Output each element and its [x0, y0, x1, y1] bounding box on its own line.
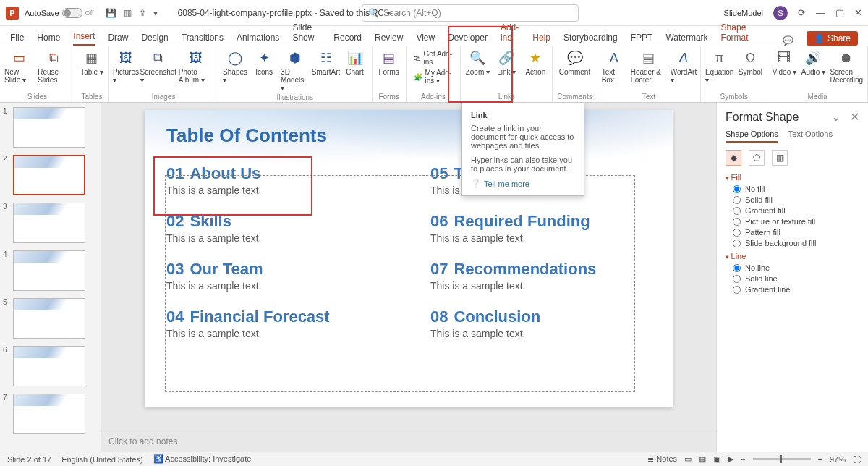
tab-watermark[interactable]: Watermark — [665, 33, 707, 46]
smartart-button[interactable]: ☷SmartArt — [314, 49, 339, 76]
zoom-value[interactable]: 97% — [830, 455, 846, 464]
zoom-button[interactable]: 🔍Zoom ▾ — [465, 49, 490, 76]
size-tab-icon[interactable]: ▥ — [772, 150, 788, 166]
avatar[interactable]: S — [773, 6, 788, 20]
thumb-3[interactable]: 3 — [3, 203, 98, 243]
tab-insert[interactable]: Insert — [73, 31, 95, 46]
pictures-button[interactable]: 🖼Pictures ▾ — [114, 49, 138, 84]
autosave-toggle[interactable]: AutoSave Off — [25, 8, 94, 18]
notes-button[interactable]: ≣ Notes — [647, 454, 677, 464]
document-title[interactable]: 6085-04-light-company-profile.pptx - Sav… — [178, 8, 391, 18]
thumb-2[interactable]: 2 — [3, 155, 98, 195]
equation-button[interactable]: πEquation ▾ — [705, 49, 733, 84]
3dmodels-button[interactable]: ⬢3D Models ▾ — [281, 49, 309, 92]
share-button[interactable]: 👤Share — [807, 31, 858, 46]
line-opt-solid[interactable]: Solid line — [733, 274, 859, 283]
thumb-1[interactable]: 1 — [3, 107, 98, 148]
ribbon-options-icon[interactable]: ⟳ — [798, 7, 806, 18]
screenshot-button[interactable]: ⧉Screenshot ▾ — [142, 49, 174, 84]
status-lang[interactable]: English (United States) — [61, 455, 143, 464]
thumb-7[interactable]: 7 — [3, 394, 98, 434]
qat-more[interactable]: ▾ — [153, 8, 158, 18]
subtab-text-options[interactable]: Text Options — [788, 130, 833, 143]
toggle-icon[interactable] — [62, 8, 82, 18]
tab-fppt[interactable]: FPPT — [631, 33, 653, 46]
zoom-out-icon[interactable]: − — [741, 455, 745, 464]
tab-transitions[interactable]: Transitions — [182, 33, 224, 46]
shapes-button[interactable]: ◯Shapes ▾ — [223, 49, 247, 84]
tab-home[interactable]: Home — [37, 33, 60, 46]
fill-opt-slidebg[interactable]: Slide background fill — [733, 239, 859, 247]
maximize-icon[interactable]: ▢ — [835, 7, 844, 18]
fit-to-window-icon[interactable]: ⛶ — [853, 455, 861, 464]
forms-button[interactable]: ▤Forms — [377, 49, 401, 76]
my-addins-button[interactable]: 🧩My Add-ins ▾ — [411, 68, 456, 85]
header-footer-button[interactable]: ▤Header & Footer — [631, 49, 667, 84]
effects-tab-icon[interactable]: ⬠ — [749, 150, 765, 166]
fill-opt-picture[interactable]: Picture or texture fill — [733, 217, 859, 226]
zoom-slider[interactable] — [753, 458, 811, 460]
present-icon[interactable]: ▥ — [124, 8, 132, 18]
thumb-5[interactable]: 5 — [3, 298, 98, 339]
line-opt-none[interactable]: No line — [733, 263, 859, 272]
table-button[interactable]: ▦Table ▾ — [80, 49, 104, 76]
view-sorter-icon[interactable]: ▦ — [699, 454, 706, 464]
action-button[interactable]: ★Action — [523, 49, 548, 76]
export-icon[interactable]: ⇪ — [139, 8, 146, 18]
tab-help[interactable]: Help — [532, 33, 550, 46]
search-input[interactable]: 🔍 Search (Alt+Q) — [362, 4, 579, 22]
tab-slideshow[interactable]: Slide Show — [292, 22, 320, 46]
view-reading-icon[interactable]: ▣ — [713, 454, 720, 464]
zoom-in-icon[interactable]: + — [818, 455, 822, 464]
tab-review[interactable]: Review — [375, 33, 403, 46]
fill-opt-solid[interactable]: Solid fill — [733, 195, 859, 204]
chart-button[interactable]: 📊Chart — [343, 49, 367, 76]
comment-button[interactable]: 💬Comment — [559, 49, 590, 76]
section-fill[interactable]: Fill — [726, 173, 859, 182]
tab-file[interactable]: File — [10, 33, 24, 46]
subtab-shape-options[interactable]: Shape Options — [726, 130, 778, 143]
slide-area[interactable]: Table Of Contents 01About UsThis is a sa… — [101, 103, 716, 433]
tab-record[interactable]: Record — [333, 33, 362, 46]
symbol-button[interactable]: ΩSymbol — [738, 49, 762, 76]
comments-icon[interactable]: 💬 — [783, 35, 793, 46]
tab-draw[interactable]: Draw — [108, 33, 128, 46]
get-addins-button[interactable]: 🛍Get Add-ins — [411, 49, 456, 67]
link-button[interactable]: 🔗Link ▾ — [494, 49, 519, 76]
thumb-4[interactable]: 4 — [3, 250, 98, 291]
view-slideshow-icon[interactable]: ▶ — [728, 454, 733, 464]
status-slide[interactable]: Slide 2 of 17 — [7, 455, 51, 464]
status-accessibility[interactable]: ♿ Accessibility: Investigate — [153, 454, 252, 464]
pane-chevron-icon[interactable]: ⌄ ✕ — [831, 110, 859, 124]
wordart-button[interactable]: AWordArt ▾ — [671, 49, 696, 84]
audio-button[interactable]: 🔊Audio ▾ — [801, 49, 825, 76]
fill-opt-none[interactable]: No fill — [733, 185, 859, 193]
photo-album-button[interactable]: 🖼Photo Album ▾ — [179, 49, 213, 84]
view-normal-icon[interactable]: ▭ — [684, 454, 692, 464]
fill-line-tab-icon[interactable]: ◆ — [726, 150, 741, 166]
slide-thumbnails[interactable]: 1 2 3 4 5 6 7 — [0, 103, 101, 452]
save-icon[interactable]: 💾 — [106, 8, 116, 18]
notes-pane[interactable]: Click to add notes — [101, 433, 716, 452]
icons-button[interactable]: ✦Icons — [252, 49, 276, 76]
fill-opt-gradient[interactable]: Gradient fill — [733, 206, 859, 215]
minimize-icon[interactable]: — — [816, 7, 825, 18]
reuse-slides-button[interactable]: ⧉Reuse Slides — [38, 49, 70, 84]
thumb-6[interactable]: 6 — [3, 346, 98, 386]
slide[interactable]: Table Of Contents 01About UsThis is a sa… — [145, 110, 673, 407]
tab-storyboarding[interactable]: Storyboarding — [563, 33, 618, 46]
tab-view[interactable]: View — [416, 33, 435, 46]
section-line[interactable]: Line — [726, 252, 859, 260]
tab-addins[interactable]: Add-ins — [501, 22, 519, 46]
video-button[interactable]: 🎞Video ▾ — [772, 49, 796, 76]
tab-developer[interactable]: Developer — [448, 33, 488, 46]
fill-opt-pattern[interactable]: Pattern fill — [733, 228, 859, 237]
line-opt-gradient[interactable]: Gradient line — [733, 285, 859, 294]
screenrec-button[interactable]: ⏺Screen Recording — [830, 49, 863, 84]
close-icon[interactable]: ✕ — [854, 7, 862, 18]
tab-animations[interactable]: Animations — [237, 33, 279, 46]
new-slide-button[interactable]: ▭New Slide ▾ — [4, 49, 33, 84]
account-label[interactable]: SlideModel — [724, 9, 763, 17]
textbox-button[interactable]: AText Box — [602, 49, 626, 84]
tell-me-more-link[interactable]: ❔Tell me more — [471, 179, 575, 188]
